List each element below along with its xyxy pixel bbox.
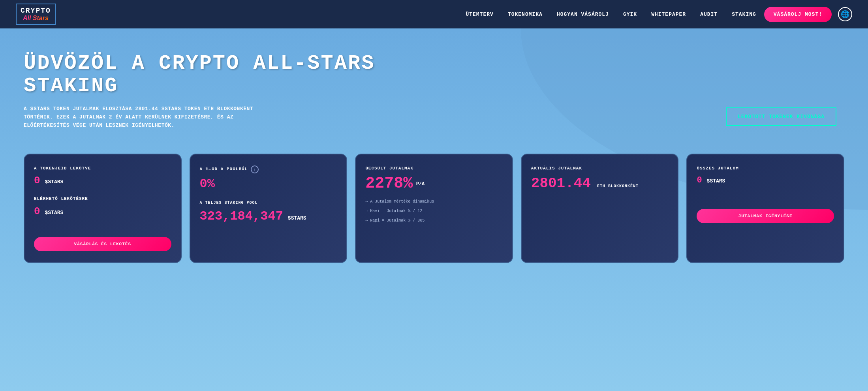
cards-row: A TOKENJEID LEKÖTVE 0 $STARS ELÉRHETŐ LE… [24,154,844,263]
card-pool-percent: A %-OD A POOLBÓL i 0% A TELJES STAKING P… [190,154,348,263]
main-content: ÜDVÖZÖL A CRYPTO ALL-STARS STAKING A $ST… [0,28,868,391]
total-pool-value: 323,184,347 [200,209,283,224]
pool-pct-label: A %-OD A POOLBÓL [200,166,248,172]
nav-tokenomika[interactable]: TOKENOMIKA [508,11,543,17]
buy-stake-button[interactable]: VÁSÁRLÁS ÉS LEKÖTÉS [34,237,171,251]
total-rewards-label: ÖSSZES JUTALOM [697,165,834,171]
actual-rewards-value: 2801.44 [531,175,591,192]
hero-title: ÜDVÖZÖL A CRYPTO ALL-STARS STAKING [24,52,844,97]
hero-title-line1: ÜDVÖZÖL A CRYPTO ALL-STARS [24,52,375,75]
card-actual-rewards: AKTUÁLIS JUTALMAK 2801.44 ETH BLOKKONKÉN… [521,154,679,263]
available-label: ELÉRHETŐ LEKÖTÉSRE [34,196,171,202]
main-nav: ÜTEMTERV TOKENOMIKA HOGYAN VÁSÁROLJ GYIK… [466,11,756,17]
card-estimated-rewards: BECSÜLT JUTALMAK 2278% P/A → A Jutalom m… [355,154,513,263]
logo-crypto: CRYPTO [21,7,51,15]
eth-block-label: ETH BLOKKONKÉNT [597,184,639,188]
per-year-label: P/A [416,181,425,187]
available-suffix: $STARS [45,210,64,216]
actual-rewards-label: AKTUÁLIS JUTALMAK [531,165,669,171]
info-icon[interactable]: i [251,165,259,173]
estimated-pct-value: 2278% [365,175,413,192]
nav-gyik[interactable]: GYIK [623,11,637,17]
nav-hogyan[interactable]: HOGYAN VÁSÁROLJ [557,11,609,17]
note-line-2: → Havi = Jutalmak % / 12 [365,208,503,214]
total-pool-label: A TELJES STAKING POOL [200,201,337,205]
total-rewards-suffix: $STARS [707,178,725,184]
logo-area: CRYPTO All Stars [16,4,56,25]
total-rewards-value: 0 [697,175,702,185]
note-line-3: → Napi = Jutalmak % / 365 [365,218,503,224]
note-line-1: → A Jutalom mértéke dinamikus [365,199,503,205]
staked-suffix: $STARS [45,179,64,185]
language-globe-button[interactable]: 🌐 [838,7,852,21]
hero-description: A $STARS TOKEN JUTALMAK ELOSZTÁSA 2801.4… [24,105,261,130]
nav-staking[interactable]: STAKING [732,11,756,17]
claim-rewards-button[interactable]: JUTALMAK IGÉNYLÉSE [697,209,834,223]
buy-now-button[interactable]: VÁSÁROLJ MOST! [764,7,832,22]
nav-utemterv[interactable]: ÜTEMTERV [466,11,493,17]
header: CRYPTO All Stars ÜTEMTERV TOKENOMIKA HOG… [0,0,868,28]
globe-icon: 🌐 [841,10,849,19]
pool-pct-value: 0% [200,177,337,191]
nav-whitepaper[interactable]: WHITEPAPER [651,11,686,17]
card-staked-tokens: A TOKENJEID LEKÖTVE 0 $STARS ELÉRHETŐ LE… [24,154,182,263]
card-total-rewards: ÖSSZES JUTALOM 0 $STARS JUTALMAK IGÉNYLÉ… [686,154,844,263]
withdraw-button[interactable]: LEKÖTÖTT TOKENEK KIVONÁSA [726,107,836,126]
staked-value: 0 [34,175,40,186]
available-value: 0 [34,205,40,217]
logo-allstars: All Stars [23,15,49,22]
logo-box: CRYPTO All Stars [16,4,56,25]
estimated-label: BECSÜLT JUTALMAK [365,165,503,171]
nav-audit[interactable]: AUDIT [700,11,718,17]
total-pool-suffix: $STARS [288,215,306,221]
hero-title-line2: STAKING [24,74,118,98]
staked-label: A TOKENJEID LEKÖTVE [34,165,171,171]
